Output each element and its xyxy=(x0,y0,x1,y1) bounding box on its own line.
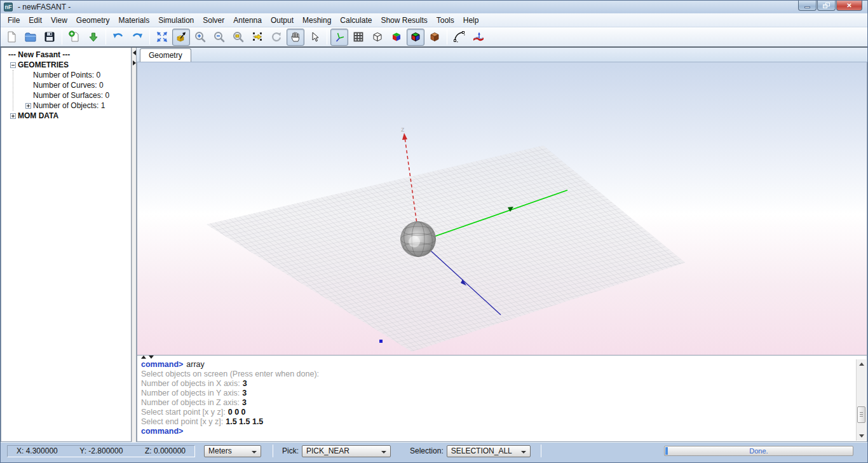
coord-x: X: 4.300000 xyxy=(17,446,58,455)
fit-view-button[interactable] xyxy=(153,29,171,46)
axes-toggle-button[interactable] xyxy=(330,29,348,46)
menu-view[interactable]: View xyxy=(46,14,72,27)
tree-node-mom-data[interactable]: MOM DATA xyxy=(1,111,131,121)
menu-geometry[interactable]: Geometry xyxy=(72,14,114,27)
textured-cube-icon xyxy=(428,31,441,43)
scroll-up-icon[interactable] xyxy=(857,359,867,369)
zoom-out-button[interactable] xyxy=(210,29,228,46)
point-marker[interactable] xyxy=(379,340,383,343)
surface-normals-icon xyxy=(472,31,485,43)
tree-item-points[interactable]: Number of Points: 0 xyxy=(13,70,131,80)
tab-bar: Geometry xyxy=(137,48,867,62)
redo-icon xyxy=(131,31,144,43)
workspace-pane: Geometry xyxy=(137,48,867,442)
console-input-line[interactable]: command> xyxy=(141,427,854,436)
fit-view-icon xyxy=(156,31,168,43)
command-prompt: command> xyxy=(141,360,183,369)
zoom-out-icon xyxy=(213,31,226,43)
view-sequence-button[interactable] xyxy=(248,29,266,46)
import-geometry-button[interactable] xyxy=(65,29,83,46)
minimize-icon xyxy=(804,6,810,8)
console-line: Number of objects in Y axis:3 xyxy=(141,389,854,398)
surface-normals-button[interactable] xyxy=(470,29,487,46)
console-output[interactable]: command>array Select objects on screen (… xyxy=(137,359,867,436)
console-scrollbar[interactable] xyxy=(856,359,866,441)
progress-fill xyxy=(665,447,668,455)
perspective-view-button[interactable] xyxy=(172,29,190,46)
selection-select[interactable]: SELECTION_ALL xyxy=(447,445,531,457)
zoom-window-button[interactable] xyxy=(229,29,247,46)
console-line: Select end point [x y z]:1.5 1.5 1.5 xyxy=(141,417,854,427)
tree-item-curves[interactable]: Number of Curves: 0 xyxy=(13,80,131,90)
menu-simulation[interactable]: Simulation xyxy=(154,14,198,27)
tree-item-objects[interactable]: Number of Objects: 1 xyxy=(13,100,131,111)
tree-root[interactable]: --- New Fasant --- xyxy=(1,50,131,60)
tab-geometry[interactable]: Geometry xyxy=(140,48,191,62)
coord-z: Z: 0.000000 xyxy=(145,446,186,455)
splitter-up-icon[interactable] xyxy=(141,356,146,359)
command-console[interactable]: command>array Select objects on screen (… xyxy=(137,355,867,442)
rotate-view-icon xyxy=(270,31,283,43)
console-line: Select start point [x y z]:0 0 0 xyxy=(141,408,854,417)
chevron-down-icon xyxy=(381,451,386,453)
tree-root-label: --- New Fasant --- xyxy=(8,50,70,59)
menu-antenna[interactable]: Antenna xyxy=(229,14,266,27)
expand-icon[interactable] xyxy=(10,113,16,119)
menu-show-results[interactable]: Show Results xyxy=(376,14,431,27)
select-cursor-icon xyxy=(308,31,321,43)
arc-tool-button[interactable] xyxy=(451,29,468,46)
open-folder-icon xyxy=(24,31,37,43)
menu-solver[interactable]: Solver xyxy=(198,14,229,27)
collapse-icon[interactable] xyxy=(10,62,16,68)
project-tree-panel: --- New Fasant --- GEOMETRIES Number of … xyxy=(1,48,132,442)
menu-calculate[interactable]: Calculate xyxy=(336,14,376,27)
menu-output[interactable]: Output xyxy=(266,14,298,27)
open-folder-button[interactable] xyxy=(22,29,39,46)
panel-splitter[interactable] xyxy=(132,48,137,442)
toolbar-separator xyxy=(105,29,106,45)
grid-toggle-button[interactable] xyxy=(349,29,367,46)
pick-select[interactable]: PICK_NEAR xyxy=(302,445,391,457)
grid-toggle-icon xyxy=(352,31,365,43)
new-file-button[interactable] xyxy=(3,29,20,46)
close-button[interactable]: ✕ xyxy=(836,1,862,11)
splitter-down-icon[interactable] xyxy=(149,356,154,359)
collapse-left-icon[interactable] xyxy=(133,50,136,55)
restore-button[interactable] xyxy=(817,1,836,11)
scroll-down-icon[interactable] xyxy=(857,431,867,441)
menu-edit[interactable]: Edit xyxy=(24,14,46,27)
collapse-right-icon[interactable] xyxy=(133,60,136,66)
selection-label: Selection: xyxy=(410,446,444,455)
window-title: - newFASANT - xyxy=(18,3,71,11)
select-cursor-button[interactable] xyxy=(306,29,323,46)
wireframe-cube-button[interactable] xyxy=(369,29,386,46)
textured-cube-button[interactable] xyxy=(426,29,444,46)
export-button[interactable] xyxy=(85,29,102,46)
progress-bar: Done. xyxy=(664,446,853,456)
redo-button[interactable] xyxy=(128,29,146,46)
tree-item-surfaces[interactable]: Number of Surfaces: 0 xyxy=(13,90,131,100)
tree-item-label: Number of Surfaces: 0 xyxy=(33,91,109,100)
tree-node-geometries[interactable]: GEOMETRIES xyxy=(1,60,131,70)
save-button[interactable] xyxy=(41,29,58,46)
viewport-3d[interactable]: z xyxy=(137,62,867,355)
units-select[interactable]: Meters xyxy=(204,445,261,457)
minimize-button[interactable] xyxy=(798,1,817,11)
axes-toggle-icon xyxy=(333,31,346,43)
expand-icon[interactable] xyxy=(25,103,31,109)
console-splitter[interactable] xyxy=(137,356,867,359)
undo-button[interactable] xyxy=(109,29,127,46)
tree-item-label: Number of Objects: 1 xyxy=(33,101,105,110)
rotate-view-button[interactable] xyxy=(268,29,285,46)
menu-meshing[interactable]: Meshing xyxy=(298,14,336,27)
shaded-edges-cube-button[interactable] xyxy=(407,29,424,46)
scrollbar-thumb[interactable] xyxy=(857,406,865,423)
menu-file[interactable]: File xyxy=(3,14,24,27)
undo-icon xyxy=(112,31,125,43)
shaded-cube-button[interactable] xyxy=(388,29,405,46)
zoom-in-button[interactable] xyxy=(191,29,209,46)
menu-help[interactable]: Help xyxy=(459,14,484,27)
pan-button[interactable] xyxy=(287,29,304,46)
menu-materials[interactable]: Materials xyxy=(114,14,154,27)
menu-tools[interactable]: Tools xyxy=(432,14,459,27)
